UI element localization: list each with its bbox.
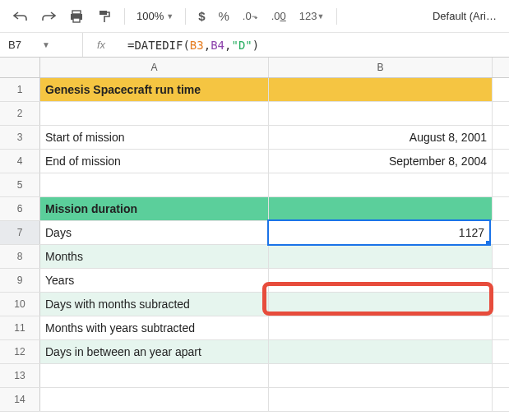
separator xyxy=(185,8,186,25)
row-header[interactable]: 14 xyxy=(0,388,40,411)
formula-ref1: B3 xyxy=(190,39,204,52)
separator xyxy=(336,8,337,25)
cell-a13[interactable] xyxy=(40,364,269,387)
increase-decimal-icon[interactable]: .00 xyxy=(266,6,291,26)
row-header[interactable]: 13 xyxy=(0,364,40,387)
row-11: 11 Months with years subtracted xyxy=(0,316,509,340)
cell-b7[interactable]: 1127 xyxy=(267,219,491,246)
name-box-value: B7 xyxy=(8,39,21,51)
paint-format-icon[interactable] xyxy=(92,5,117,28)
svg-rect-3 xyxy=(99,11,107,15)
select-all-corner[interactable] xyxy=(0,58,40,78)
col-header-a[interactable]: A xyxy=(40,58,269,77)
redo-icon[interactable] xyxy=(36,7,61,26)
print-icon[interactable] xyxy=(64,6,89,27)
row-1: 1 Genesis Spacecraft run time xyxy=(0,78,509,102)
currency-icon[interactable]: $ xyxy=(193,5,210,27)
undo-icon[interactable] xyxy=(8,7,33,26)
formula-str: "D" xyxy=(231,39,252,52)
cell-a2[interactable] xyxy=(40,102,269,125)
cell-a6[interactable]: Mission duration xyxy=(40,197,269,220)
row-header[interactable]: 11 xyxy=(0,316,40,339)
row-header[interactable]: 7 xyxy=(0,221,40,244)
zoom-value: 100% xyxy=(137,10,164,22)
name-box[interactable]: B7 ▼ xyxy=(0,39,82,51)
row-header[interactable]: 3 xyxy=(0,126,40,149)
cell-b2[interactable] xyxy=(269,102,493,125)
rows: 1 Genesis Spacecraft run time 2 3 Start … xyxy=(0,78,509,412)
row-3: 3 Start of mission August 8, 2001 xyxy=(0,126,509,150)
cell-b1[interactable] xyxy=(269,78,493,101)
row-12: 12 Days in between an year apart xyxy=(0,340,509,364)
cell-b8[interactable] xyxy=(269,245,493,268)
row-10: 10 Days with months subracted xyxy=(0,293,509,316)
more-formats-dropdown[interactable]: 123 ▼ xyxy=(294,6,330,26)
row-6: 6 Mission duration xyxy=(0,197,509,221)
row-9: 9 Years xyxy=(0,269,509,293)
column-headers: A B xyxy=(40,58,509,78)
cell-b14[interactable] xyxy=(269,388,493,411)
cell-b5[interactable] xyxy=(269,173,493,196)
row-4: 4 End of mission September 8, 2004 xyxy=(0,150,509,173)
row-2: 2 xyxy=(0,102,509,126)
row-header[interactable]: 12 xyxy=(0,340,40,363)
row-header[interactable]: 1 xyxy=(0,78,40,101)
chevron-down-icon: ▼ xyxy=(166,12,174,21)
zoom-dropdown[interactable]: 100% ▼ xyxy=(132,10,178,22)
toolbar: 100% ▼ $ % .0⬎ .00 123 ▼ Default (Ari… xyxy=(0,0,509,33)
formula-ref2: B4 xyxy=(211,39,224,52)
cell-b4[interactable]: September 8, 2004 xyxy=(269,150,493,173)
row-header[interactable]: 8 xyxy=(0,245,40,268)
cell-a5[interactable] xyxy=(40,173,269,196)
separator xyxy=(124,8,125,25)
cell-a12[interactable]: Days in between an year apart xyxy=(40,340,269,363)
grid: A B 1 Genesis Spacecraft run time 2 3 St… xyxy=(0,58,509,412)
cell-a8[interactable]: Months xyxy=(40,245,269,268)
cell-a11[interactable]: Months with years subtracted xyxy=(40,316,269,339)
row-header[interactable]: 2 xyxy=(0,102,40,125)
svg-rect-0 xyxy=(72,11,81,14)
cell-b10[interactable] xyxy=(269,293,493,316)
percent-icon[interactable]: % xyxy=(214,5,234,27)
row-header[interactable]: 4 xyxy=(0,150,40,173)
row-header[interactable]: 9 xyxy=(0,269,40,292)
row-5: 5 xyxy=(0,173,509,197)
cell-a14[interactable] xyxy=(40,388,269,411)
formula-input[interactable]: =DATEDIF(B3, B4,"D") xyxy=(119,39,509,52)
cell-a3[interactable]: Start of mission xyxy=(40,126,269,149)
cell-a4[interactable]: End of mission xyxy=(40,150,269,173)
cell-a7[interactable]: Days xyxy=(40,221,269,244)
col-header-b[interactable]: B xyxy=(269,58,493,77)
decrease-decimal-icon[interactable]: .0⬎ xyxy=(238,6,263,26)
row-header[interactable]: 10 xyxy=(0,293,40,316)
fx-icon: fx xyxy=(82,33,119,57)
cell-b11[interactable] xyxy=(269,316,493,339)
chevron-down-icon: ▼ xyxy=(42,40,50,49)
row-8: 8 Months xyxy=(0,245,509,269)
formula-fn: =DATEDIF( xyxy=(127,39,190,52)
cell-a10[interactable]: Days with months subracted xyxy=(40,293,269,316)
cell-a9[interactable]: Years xyxy=(40,269,269,292)
formula-bar: B7 ▼ fx =DATEDIF(B3, B4,"D") xyxy=(0,33,509,58)
cell-b13[interactable] xyxy=(269,364,493,387)
cell-b6[interactable] xyxy=(269,197,493,220)
row-header[interactable]: 5 xyxy=(0,173,40,196)
row-14: 14 xyxy=(0,388,509,412)
cell-b3[interactable]: August 8, 2001 xyxy=(269,126,493,149)
row-header[interactable]: 6 xyxy=(0,197,40,220)
svg-rect-2 xyxy=(73,18,80,22)
row-7: 7 Days 1127 xyxy=(0,221,509,245)
cell-b9[interactable] xyxy=(269,269,493,292)
font-dropdown[interactable]: Default (Ari… xyxy=(433,10,501,22)
cell-b12[interactable] xyxy=(269,340,493,363)
cell-a1[interactable]: Genesis Spacecraft run time xyxy=(40,78,269,101)
row-13: 13 xyxy=(0,364,509,388)
